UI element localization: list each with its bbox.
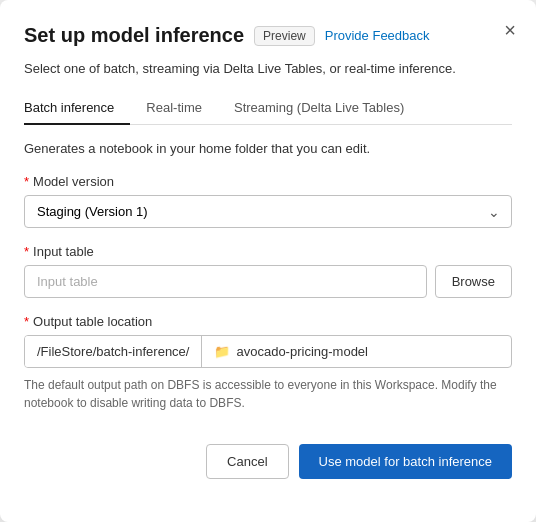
input-table-input[interactable] [24,265,427,298]
submit-button[interactable]: Use model for batch inference [299,444,512,479]
tabs-container: Batch inference Real-time Streaming (Del… [24,92,512,125]
output-table-label: * Output table location [24,314,512,329]
input-table-field: * Input table Browse [24,244,512,298]
feedback-link[interactable]: Provide Feedback [325,28,430,43]
model-version-select[interactable]: Staging (Version 1) Production (Version … [24,195,512,228]
output-note: The default output path on DBFS is acces… [24,376,512,412]
model-version-label: * Model version [24,174,512,189]
folder-icon: 📁 [214,344,230,359]
footer-buttons: Cancel Use model for batch inference [24,444,512,479]
close-button[interactable]: × [504,20,516,40]
modal-title: Set up model inference [24,24,244,47]
hint-text: Generates a notebook in your home folder… [24,141,512,156]
tab-realtime[interactable]: Real-time [130,92,218,125]
subtitle-text: Select one of batch, streaming via Delta… [24,61,512,76]
output-table-row: /FileStore/batch-inference/ 📁 avocado-pr… [24,335,512,368]
output-table-required: * [24,314,29,329]
browse-button[interactable]: Browse [435,265,512,298]
model-version-field: * Model version Staging (Version 1) Prod… [24,174,512,228]
modal-container: Set up model inference Preview Provide F… [0,0,536,522]
output-path: /FileStore/batch-inference/ [25,336,202,367]
tab-batch-inference[interactable]: Batch inference [24,92,130,125]
model-version-required: * [24,174,29,189]
output-table-field: * Output table location /FileStore/batch… [24,314,512,412]
output-model: 📁 avocado-pricing-model [202,336,380,367]
cancel-button[interactable]: Cancel [206,444,288,479]
model-version-select-wrapper: Staging (Version 1) Production (Version … [24,195,512,228]
preview-badge: Preview [254,26,315,46]
modal-header: Set up model inference Preview Provide F… [24,24,512,47]
tab-streaming[interactable]: Streaming (Delta Live Tables) [218,92,420,125]
input-table-row: Browse [24,265,512,298]
input-table-required: * [24,244,29,259]
input-table-label: * Input table [24,244,512,259]
